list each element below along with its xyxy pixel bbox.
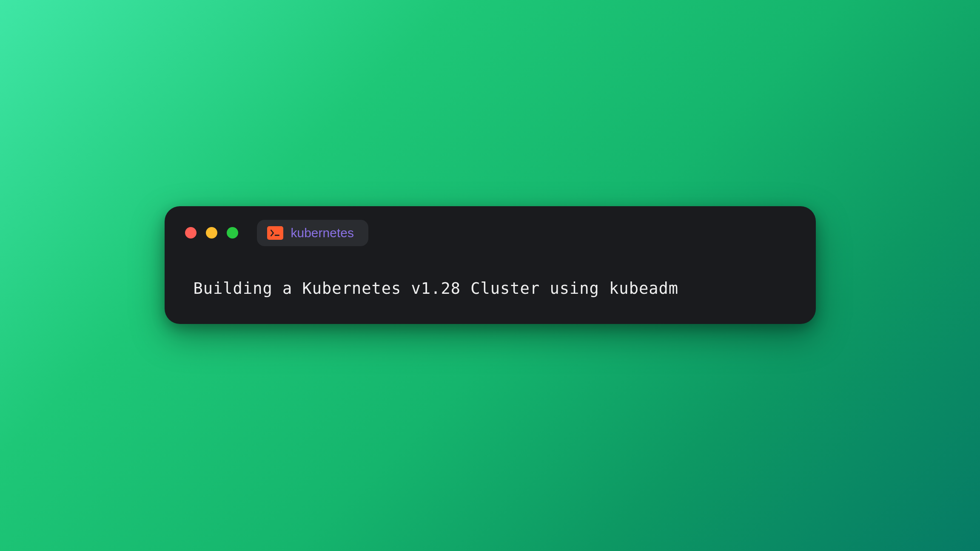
minimize-button[interactable] <box>206 227 217 239</box>
maximize-button[interactable] <box>227 227 238 239</box>
terminal-content: Building a Kubernetes v1.28 Cluster usin… <box>185 279 795 298</box>
terminal-tab[interactable]: kubernetes <box>257 220 368 246</box>
close-button[interactable] <box>185 227 197 239</box>
terminal-icon <box>267 226 283 240</box>
traffic-lights <box>185 227 238 239</box>
title-bar: kubernetes <box>185 220 795 246</box>
terminal-window: kubernetes Building a Kubernetes v1.28 C… <box>165 206 816 324</box>
tab-label: kubernetes <box>291 226 354 240</box>
terminal-text: Building a Kubernetes v1.28 Cluster usin… <box>194 279 795 298</box>
